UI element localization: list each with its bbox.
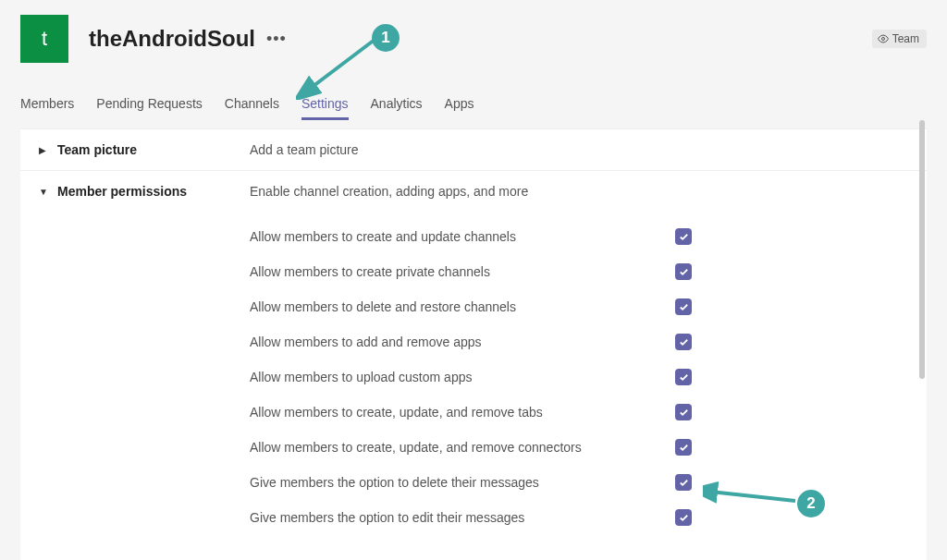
permission-row: Allow members to delete and restore chan… <box>250 289 927 324</box>
permission-row: Allow members to create, update, and rem… <box>250 430 927 465</box>
permission-checkbox[interactable] <box>675 404 692 420</box>
permission-label: Allow members to create, update, and rem… <box>250 405 675 420</box>
permission-checkbox[interactable] <box>675 439 692 456</box>
permission-row: Allow members to create and update chann… <box>250 219 927 254</box>
section-header-member-permissions[interactable]: ▼ Member permissions <box>39 184 250 199</box>
team-header: t theAndroidSoul ••• Team <box>0 15 947 74</box>
check-icon <box>679 302 689 312</box>
section-title-team-picture: Team picture <box>57 142 137 157</box>
caret-down-icon: ▼ <box>39 187 48 197</box>
caret-right-icon: ▶ <box>39 145 48 155</box>
check-icon <box>679 478 689 488</box>
permission-checkbox[interactable] <box>675 298 692 315</box>
check-icon <box>679 267 689 277</box>
eye-icon <box>878 33 889 44</box>
tab-pending-requests[interactable]: Pending Requests <box>96 91 202 120</box>
permission-label: Allow members to add and remove apps <box>250 335 675 349</box>
check-icon <box>679 443 689 453</box>
team-avatar-letter: t <box>42 27 47 51</box>
tab-apps[interactable]: Apps <box>445 91 474 120</box>
permission-row: Allow members to upload custom apps <box>250 359 927 395</box>
permission-label: Allow members to create, update, and rem… <box>250 440 675 455</box>
permission-checkbox[interactable] <box>675 474 692 491</box>
tab-settings[interactable]: Settings <box>301 91 349 120</box>
team-title: theAndroidSoul <box>89 26 255 52</box>
permission-checkbox[interactable] <box>675 228 692 245</box>
permission-row: Give members the option to edit their me… <box>250 500 927 535</box>
permission-checkbox[interactable] <box>675 334 692 350</box>
section-header-team-picture[interactable]: ▶ Team picture <box>39 142 250 157</box>
permission-label: Give members the option to delete their … <box>250 475 675 490</box>
permission-label: Allow members to delete and restore chan… <box>250 299 675 314</box>
section-team-picture: ▶ Team picture Add a team picture <box>20 129 927 171</box>
section-desc-member-permissions: Enable channel creation, adding apps, an… <box>250 184 927 199</box>
check-icon <box>679 337 689 347</box>
scrollbar-thumb[interactable] <box>919 120 925 379</box>
scrollbar[interactable] <box>919 120 925 545</box>
check-icon <box>679 408 689 418</box>
permission-row: Allow members to add and remove apps <box>250 324 927 359</box>
section-member-permissions: ▼ Member permissions Enable channel crea… <box>20 171 927 535</box>
annotation-number: 1 <box>381 29 389 47</box>
section-title-member-permissions: Member permissions <box>57 184 187 199</box>
permission-label: Allow members to upload custom apps <box>250 370 675 384</box>
permission-checkbox[interactable] <box>675 263 692 280</box>
tab-bar: Members Pending Requests Channels Settin… <box>0 91 947 121</box>
check-icon <box>679 513 689 523</box>
permission-row: Allow members to create, update, and rem… <box>250 395 927 430</box>
annotation-number: 2 <box>806 494 815 513</box>
permission-checkbox[interactable] <box>675 369 692 385</box>
settings-panel: ▶ Team picture Add a team picture ▼ Memb… <box>20 128 927 560</box>
team-visibility-badge[interactable]: Team <box>872 30 927 48</box>
permission-checkbox[interactable] <box>675 509 692 526</box>
section-desc-team-picture: Add a team picture <box>250 142 359 157</box>
more-options-icon[interactable]: ••• <box>266 30 287 49</box>
permission-label: Give members the option to edit their me… <box>250 510 675 525</box>
check-icon <box>679 232 689 242</box>
svg-point-0 <box>881 38 884 41</box>
tab-members[interactable]: Members <box>20 91 74 120</box>
permission-label: Allow members to create private channels <box>250 264 675 279</box>
check-icon <box>679 372 689 383</box>
team-avatar: t <box>20 15 68 63</box>
permission-row: Allow members to create private channels <box>250 254 927 289</box>
permission-label: Allow members to create and update chann… <box>250 229 675 244</box>
annotation-badge-1: 1 <box>372 24 400 52</box>
tab-analytics[interactable]: Analytics <box>371 91 423 120</box>
annotation-badge-2: 2 <box>797 490 825 517</box>
permission-row: Give members the option to delete their … <box>250 465 927 500</box>
tab-channels[interactable]: Channels <box>225 91 279 120</box>
team-badge-label: Team <box>892 32 919 45</box>
